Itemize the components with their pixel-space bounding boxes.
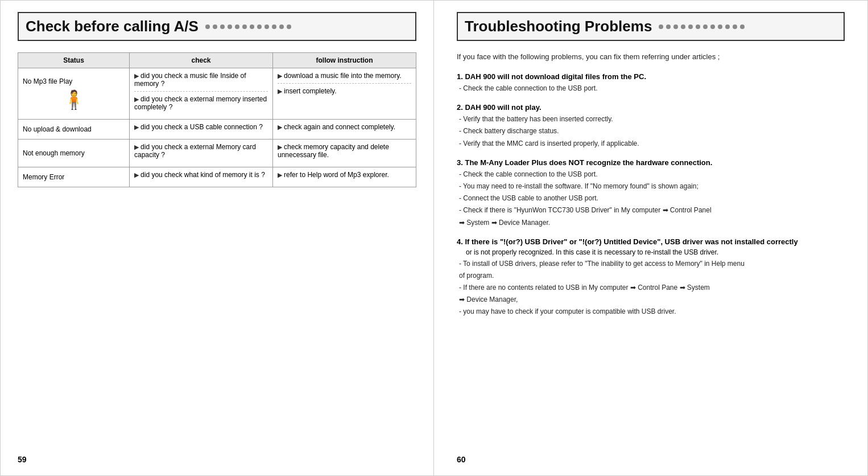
problem-4-detail-2: of program.: [459, 270, 845, 281]
table-row: Not enough memory ▶ did you check a exte…: [18, 139, 416, 167]
problem-4-title-cont: or is not properly recognized. In this c…: [457, 248, 845, 256]
decorative-dots: [205, 24, 291, 29]
page: Check before calling A/S Status: [0, 0, 868, 476]
problem-4-detail-1: - To install of USB drivers, please refe…: [459, 258, 845, 269]
problem-4-title: 4. If there is "!(or?) USB Driver" or "!…: [457, 237, 845, 246]
rdot-6: [696, 24, 700, 29]
left-page-number: 59: [18, 455, 27, 464]
left-panel: Check before calling A/S Status: [0, 0, 434, 476]
follow-item-2a: ▶ check again and connect completely.: [278, 123, 411, 133]
rdot-4: [681, 24, 685, 29]
follow-item-1a: ▶ download a music file into the memory.: [278, 72, 411, 84]
table-row: No Mp3 file Play 🧍 ▶ did you check a mus…: [18, 68, 416, 120]
status-label-1: No Mp3 file Play: [23, 77, 125, 85]
dot-1: [205, 24, 210, 29]
problem-3-detail-3: - Connect the USB cable to another USB p…: [459, 193, 845, 204]
rdot-1: [659, 24, 663, 29]
rdot-2: [666, 24, 671, 29]
problem-3-number: 3.: [457, 158, 465, 167]
follow-cell-2: ▶ check again and connect completely.: [273, 120, 416, 139]
rdot-10: [725, 24, 730, 29]
status-cell-2: No upload & download: [18, 120, 130, 139]
arrow-icon-f1a: ▶: [278, 72, 284, 79]
right-title: Troubleshooting Problems: [465, 18, 652, 35]
arrow-icon-f2a: ▶: [278, 124, 284, 130]
arrow-icon-2a: ▶: [134, 124, 140, 130]
check-item-3a: ▶ did you check a external Memory card c…: [134, 143, 268, 161]
right-section-header: Troubleshooting Problems: [457, 12, 845, 41]
check-table: Status check follow instruction No Mp3 f…: [18, 52, 416, 187]
status-cell-1: No Mp3 file Play 🧍: [18, 68, 130, 120]
problem-2-detail-1: - Verify that the battery has been inser…: [459, 114, 845, 125]
rdot-5: [688, 24, 693, 29]
status-label-3: Not enough memory: [23, 149, 85, 157]
dot-7: [250, 24, 254, 29]
check-item-4a: ▶ did you check what kind of memory it i…: [134, 171, 268, 181]
rdot-9: [718, 24, 722, 29]
arrow-icon-1b: ▶: [134, 96, 140, 102]
intro-text: If you face with the following problems,…: [457, 52, 845, 61]
status-cell-4: Memory Error: [18, 167, 130, 187]
left-title: Check before calling A/S: [26, 18, 199, 35]
problem-4-details: - To install of USB drivers, please refe…: [457, 258, 845, 318]
problem-1-details: - Check the cable connection to the USB …: [457, 83, 845, 94]
check-item-1a: ▶ did you check a music file Inside of m…: [134, 72, 268, 92]
problem-4-number: 4.: [457, 237, 465, 246]
follow-cell-4: ▶ refer to Help word of Mp3 explorer.: [273, 167, 416, 187]
col-status: Status: [18, 53, 130, 68]
problem-1-number: 1.: [457, 72, 465, 81]
check-item-2a: ▶ did you check a USB cable connection ?: [134, 123, 268, 133]
dot-4: [228, 24, 232, 29]
problem-3-details: - Check the cable connection to the USB …: [457, 169, 845, 228]
check-cell-1: ▶ did you check a music file Inside of m…: [130, 68, 273, 120]
follow-item-3a: ▶ check memory capacity and delete unnec…: [278, 143, 411, 161]
dot-2: [213, 24, 217, 29]
problem-2-detail-3: - Verify that the MMC card is inserted p…: [459, 138, 845, 149]
dot-11: [279, 24, 284, 29]
problem-3-detail-4: - Check if there is "HyunWon TCC730 USB …: [459, 205, 845, 216]
dot-12: [287, 24, 291, 29]
problem-3-detail-1: - Check the cable connection to the USB …: [459, 169, 845, 180]
arrow-icon-3a: ▶: [134, 143, 140, 150]
rdot-7: [703, 24, 708, 29]
left-section-header: Check before calling A/S: [18, 12, 416, 41]
dot-10: [272, 24, 276, 29]
check-cell-3: ▶ did you check a external Memory card c…: [130, 139, 273, 167]
arrow-icon-f4a: ▶: [278, 171, 284, 178]
arrow-icon-1a: ▶: [134, 72, 140, 79]
status-cell-3: Not enough memory: [18, 139, 130, 167]
problem-3-detail-5: ➡ System ➡ Device Manager.: [459, 218, 845, 228]
dot-6: [242, 24, 247, 29]
table-header-row: Status check follow instruction: [18, 53, 416, 68]
dot-3: [220, 24, 225, 29]
problem-2-number: 2.: [457, 103, 465, 112]
person-icon: 🧍: [23, 89, 125, 110]
right-decorative-dots: [659, 24, 745, 29]
col-follow: follow instruction: [273, 53, 416, 68]
problem-1-detail-1: - Check the cable connection to the USB …: [459, 83, 845, 94]
problem-4-detail-4: ➡ Device Manager,: [459, 294, 845, 305]
arrow-icon-4a: ▶: [134, 171, 140, 178]
status-label-2: No upload & download: [23, 125, 92, 133]
follow-item-1b: ▶ insert completely.: [278, 87, 411, 97]
table-row: Memory Error ▶ did you check what kind o…: [18, 167, 416, 187]
problem-2-detail-2: - Check battery discharge status.: [459, 126, 845, 137]
dot-9: [264, 24, 269, 29]
check-cell-2: ▶ did you check a USB cable connection ?: [130, 120, 273, 139]
check-cell-4: ▶ did you check what kind of memory it i…: [130, 167, 273, 187]
dot-5: [235, 24, 239, 29]
follow-cell-1: ▶ download a music file into the memory.…: [273, 68, 416, 120]
table-row: No upload & download ▶ did you check a U…: [18, 120, 416, 139]
rdot-11: [733, 24, 737, 29]
problem-1-title: 1. DAH 900 will not download digital fil…: [457, 72, 845, 81]
problem-2-title: 2. DAH 900 will not play.: [457, 103, 845, 112]
follow-cell-3: ▶ check memory capacity and delete unnec…: [273, 139, 416, 167]
rdot-8: [710, 24, 715, 29]
problem-4: 4. If there is "!(or?) USB Driver" or "!…: [457, 237, 845, 318]
rdot-3: [673, 24, 678, 29]
problem-3-detail-2: - You may need to re-install the softwar…: [459, 181, 845, 192]
arrow-icon-f1b: ▶: [278, 88, 284, 95]
status-label-4: Memory Error: [23, 173, 64, 181]
col-check: check: [130, 53, 273, 68]
problem-2-details: - Verify that the battery has been inser…: [457, 114, 845, 149]
